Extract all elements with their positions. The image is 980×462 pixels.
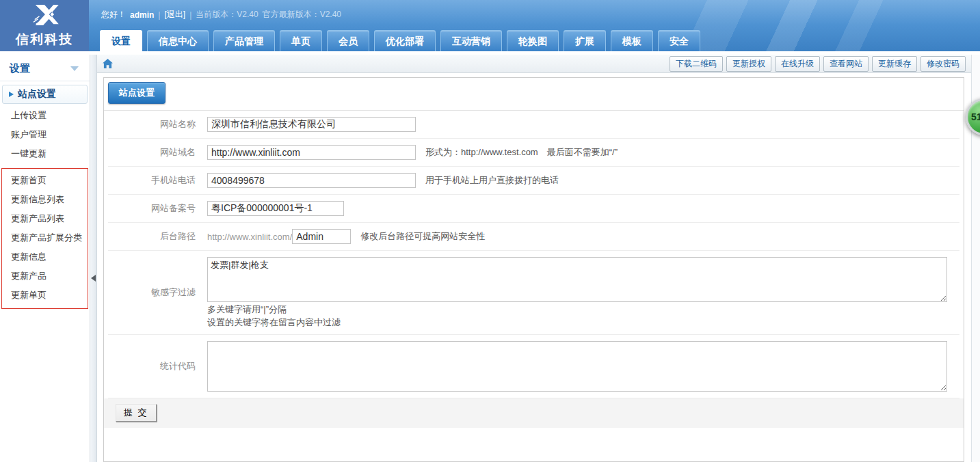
admin-path-prefix: http://www.xinliit.com/ bbox=[207, 232, 292, 242]
sidebar-item[interactable]: 一键更新 bbox=[0, 144, 90, 163]
form-row-domain: 网站域名 形式为：http://www.test.com 最后面不需要加“/” bbox=[108, 139, 959, 167]
toolbar-button[interactable]: 查看网站 bbox=[823, 56, 869, 72]
stats-code-textarea[interactable] bbox=[207, 341, 947, 392]
site-settings-form: 网站名称 网站域名 形式为：http://www.test.com 最后面不需要… bbox=[104, 111, 964, 398]
toolbar-button[interactable]: 更新缓存 bbox=[872, 56, 917, 72]
main-nav-tabs: 设置 信息中心 产品管理 单页 会员 优化部署 互动营销 轮换图 扩展 模板 安… bbox=[100, 30, 700, 51]
brand-logo: 信利科技 bbox=[0, 0, 89, 51]
customer-service-widget[interactable]: 51 bbox=[966, 98, 980, 135]
account-bar: 您好！admin | [退出] | 当前版本：V2.40 官方最新版本：V2.4… bbox=[101, 9, 341, 21]
domain-hint: 形式为：http://www.test.com 最后面不需要加“/” bbox=[425, 146, 618, 159]
nav-tab[interactable]: 设置 bbox=[100, 30, 142, 51]
nav-tab[interactable]: 互动营销 bbox=[440, 30, 502, 51]
form-row-icp: 网站备案号 bbox=[108, 195, 959, 223]
form-row-sensitive-words: 敏感字过滤 发票|群发|枪支 多关键字请用“|”分隔 设置的关键字将在留言内容中… bbox=[108, 251, 959, 335]
username: admin bbox=[130, 10, 154, 20]
toolbar-button[interactable]: 在线升级 bbox=[775, 56, 820, 72]
sidebar-update-item[interactable]: 更新信息 bbox=[2, 247, 88, 267]
field-label: 网站备案号 bbox=[108, 202, 196, 215]
toolbar-actions: 下载二维码 更新授权 在线升级 查看网站 更新缓存 修改密码 bbox=[670, 56, 971, 72]
toolbar-button[interactable]: 下载二维码 bbox=[670, 56, 723, 72]
nav-tab[interactable]: 轮换图 bbox=[507, 30, 559, 51]
mobile-phone-input[interactable] bbox=[207, 173, 416, 188]
field-label: 网站名称 bbox=[108, 118, 196, 131]
chevron-down-icon[interactable] bbox=[70, 66, 79, 71]
sidebar-update-item[interactable]: 更新单页 bbox=[2, 286, 88, 305]
sensitive-hint-1: 多关键字请用“|”分隔 bbox=[207, 303, 287, 315]
update-group-highlight: 更新首页 更新信息列表 更新产品列表 更新产品扩展分类 更新信息 更新产品 bbox=[1, 168, 88, 309]
sidebar-item[interactable]: 账户管理 bbox=[0, 125, 90, 144]
logo-icon bbox=[29, 3, 60, 29]
current-version: 当前版本：V2.40 bbox=[196, 9, 258, 21]
section-tab-bar: 站点设置 bbox=[104, 78, 964, 111]
form-row-admin-path: 后台路径 http://www.xinliit.com/ 修改后台路径可提高网站… bbox=[108, 223, 959, 251]
nav-tab[interactable]: 单页 bbox=[280, 30, 322, 51]
toolbar: 下载二维码 更新授权 在线升级 查看网站 更新缓存 修改密码 bbox=[97, 55, 971, 73]
sidebar: 设置 站点设置 上传设置 账户管理 一键更新 bbox=[0, 55, 90, 462]
nav-tab[interactable]: 产品管理 bbox=[213, 30, 275, 51]
form-row-stats-code: 统计代码 bbox=[108, 335, 959, 398]
form-actions: 提 交 bbox=[104, 398, 964, 428]
collapse-left-icon[interactable] bbox=[91, 275, 96, 282]
nav-tab[interactable]: 会员 bbox=[327, 30, 369, 51]
sidebar-splitter[interactable] bbox=[90, 55, 97, 462]
nav-tab[interactable]: 优化部署 bbox=[374, 30, 436, 51]
field-label: 统计代码 bbox=[108, 360, 196, 372]
domain-input[interactable] bbox=[207, 145, 416, 160]
sidebar-title: 设置 bbox=[10, 62, 30, 75]
nav-tab[interactable]: 模板 bbox=[611, 30, 653, 51]
sidebar-main-items: 站点设置 上传设置 账户管理 一键更新 bbox=[0, 85, 90, 163]
site-name-input[interactable] bbox=[207, 117, 416, 132]
sensitive-hint-2: 设置的关键字将在留言内容中过滤 bbox=[207, 316, 341, 328]
sensitive-words-textarea[interactable]: 发票|群发|枪支 bbox=[207, 257, 947, 302]
sidebar-update-item[interactable]: 更新产品 bbox=[2, 267, 88, 286]
toolbar-button[interactable]: 更新授权 bbox=[726, 56, 771, 72]
admin-path-input[interactable] bbox=[292, 229, 351, 244]
form-row-site-name: 网站名称 bbox=[108, 111, 959, 139]
brand-name: 信利科技 bbox=[16, 31, 73, 49]
toolbar-button[interactable]: 修改密码 bbox=[921, 56, 966, 72]
content-panel: 站点设置 网站名称 网站域名 形式为：http://www.test.com 最… bbox=[103, 77, 964, 462]
sidebar-item[interactable]: 站点设置 bbox=[2, 85, 88, 104]
sidebar-update-item[interactable]: 更新首页 bbox=[2, 171, 88, 190]
sidebar-update-item[interactable]: 更新产品扩展分类 bbox=[2, 228, 88, 247]
header: 信利科技 您好！admin | [退出] | 当前版本：V2.40 官方最新版本… bbox=[0, 0, 980, 51]
logout-link[interactable]: [退出] bbox=[164, 9, 185, 21]
nav-tab[interactable]: 信息中心 bbox=[147, 30, 209, 51]
field-label: 网站域名 bbox=[108, 146, 196, 159]
nav-tab[interactable]: 安全 bbox=[658, 30, 700, 51]
arrow-right-icon bbox=[9, 92, 14, 97]
field-label: 后台路径 bbox=[108, 230, 196, 243]
form-row-phone: 手机站电话 用于手机站上用户直接拨打的电话 bbox=[108, 167, 959, 195]
admin-path-hint: 修改后台路径可提高网站安全性 bbox=[360, 230, 485, 243]
nav-tab[interactable]: 扩展 bbox=[564, 30, 606, 51]
sidebar-update-item[interactable]: 更新产品列表 bbox=[2, 209, 88, 228]
field-label: 敏感字过滤 bbox=[108, 286, 196, 299]
sidebar-header: 设置 bbox=[0, 55, 90, 81]
field-label: 手机站电话 bbox=[108, 174, 196, 187]
sidebar-item[interactable]: 上传设置 bbox=[0, 106, 90, 125]
service-badge: 51 bbox=[971, 111, 980, 122]
greeting-text: 您好！ bbox=[101, 9, 126, 21]
submit-button[interactable]: 提 交 bbox=[116, 404, 157, 422]
sidebar-update-item[interactable]: 更新信息列表 bbox=[2, 190, 88, 209]
icp-number-input[interactable] bbox=[207, 201, 344, 216]
home-icon[interactable] bbox=[103, 59, 113, 68]
latest-version: 官方最新版本：V2.40 bbox=[263, 9, 341, 21]
tab-site-settings[interactable]: 站点设置 bbox=[108, 82, 165, 104]
phone-hint: 用于手机站上用户直接拨打的电话 bbox=[425, 174, 559, 187]
